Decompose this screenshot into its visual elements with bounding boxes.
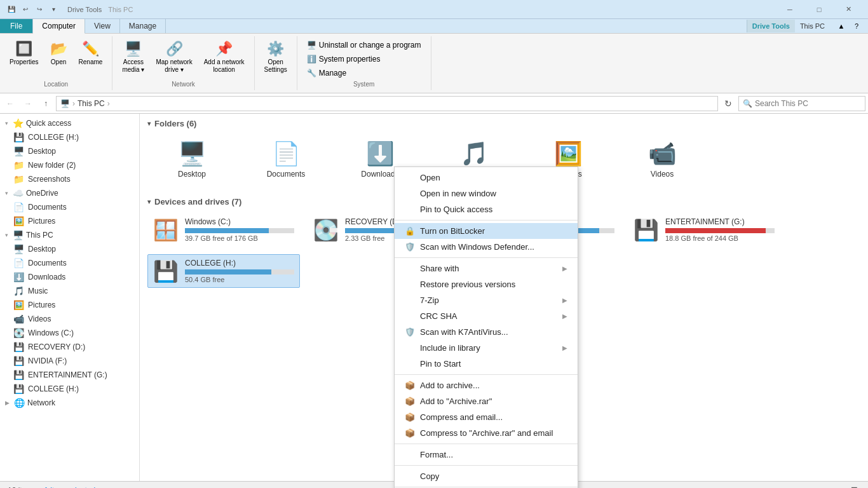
cm-k7antivirus-label: Scan with K7AntiVirus... — [420, 327, 508, 337]
cm-restore-prev[interactable]: Restore previous versions — [395, 276, 578, 292]
cm-restore-prev-label: Restore previous versions — [420, 280, 515, 289]
cm-include-library-left: Include in library — [405, 343, 480, 353]
cm-compress-rar-email[interactable]: 📦 Compress to "Archive.rar" and email — [395, 425, 578, 441]
cm-compress-rar-email-label: Compress to "Archive.rar" and email — [420, 428, 553, 438]
cm-7zip[interactable]: 7-Zip ▶ — [395, 292, 578, 308]
cm-7zip-left: 7-Zip — [405, 295, 439, 305]
cm-open-new-window-left: Open in new window — [405, 189, 496, 198]
cm-add-archive-rar-label: Add to "Archive.rar" — [420, 396, 492, 406]
cm-crc-sha-label: CRC SHA — [420, 311, 458, 321]
cm-add-archive-rar-left: 📦 Add to "Archive.rar" — [405, 396, 492, 406]
cm-k7antivirus-left: 🛡️ Scan with K7AntiVirus... — [405, 327, 508, 337]
cm-copy-label: Copy — [420, 471, 439, 481]
cm-sep-4 — [395, 444, 578, 444]
cm-include-library-arrow: ▶ — [562, 344, 567, 351]
cm-windows-defender-left: 🛡️ Scan with Windows Defender... — [405, 242, 534, 252]
cm-format[interactable]: Format... — [395, 447, 578, 463]
cm-windows-defender-icon: 🛡️ — [405, 242, 415, 252]
cm-compress-rar-email-left: 📦 Compress to "Archive.rar" and email — [405, 428, 553, 438]
cm-include-library[interactable]: Include in library ▶ — [395, 340, 578, 356]
cm-open-left: Open — [405, 173, 440, 182]
cm-compress-email-left: 📦 Compress and email... — [405, 412, 503, 422]
context-menu: Open Open in new window Pin to Quick acc… — [394, 166, 578, 488]
cm-sep-1 — [395, 220, 578, 220]
cm-bitlocker[interactable]: 🔒 Turn on BitLocker — [395, 223, 578, 239]
cm-add-archive-left: 📦 Add to archive... — [405, 381, 480, 390]
cm-include-library-label: Include in library — [420, 343, 480, 353]
cm-pin-quickaccess-left: Pin to Quick access — [405, 205, 492, 214]
cm-share-with[interactable]: Share with ▶ — [395, 261, 578, 276]
cm-add-archive-label: Add to archive... — [420, 381, 480, 390]
cm-add-archive-rar[interactable]: 📦 Add to "Archive.rar" — [395, 393, 578, 409]
cm-crc-sha[interactable]: CRC SHA ▶ — [395, 308, 578, 324]
cm-pin-quickaccess-label: Pin to Quick access — [420, 205, 492, 214]
cm-open-new-window-label: Open in new window — [420, 189, 496, 198]
cm-compress-email[interactable]: 📦 Compress and email... — [395, 409, 578, 425]
cm-crc-sha-arrow: ▶ — [562, 313, 567, 320]
cm-k7antivirus-icon: 🛡️ — [405, 327, 415, 337]
cm-compress-email-label: Compress and email... — [420, 412, 503, 422]
cm-k7antivirus[interactable]: 🛡️ Scan with K7AntiVirus... — [395, 324, 578, 340]
cm-copy[interactable]: Copy — [395, 468, 578, 484]
cm-format-label: Format... — [420, 450, 453, 459]
cm-7zip-label: 7-Zip — [420, 295, 439, 305]
cm-bitlocker-icon: 🔒 — [405, 226, 415, 236]
cm-open-new-window[interactable]: Open in new window — [395, 186, 578, 201]
cm-sep-3 — [395, 374, 578, 375]
cm-compress-rar-email-icon: 📦 — [405, 428, 415, 438]
cm-pin-start[interactable]: Pin to Start — [395, 356, 578, 372]
cm-bitlocker-label: Turn on BitLocker — [420, 226, 485, 236]
cm-restore-prev-left: Restore previous versions — [405, 280, 515, 289]
cm-add-archive[interactable]: 📦 Add to archive... — [395, 377, 578, 393]
cm-format-left: Format... — [405, 450, 453, 459]
cm-pin-start-label: Pin to Start — [420, 359, 461, 369]
cm-pin-quickaccess[interactable]: Pin to Quick access — [395, 201, 578, 217]
cm-compress-email-icon: 📦 — [405, 412, 415, 422]
cm-windows-defender[interactable]: 🛡️ Scan with Windows Defender... — [395, 239, 578, 255]
cm-share-with-left: Share with — [405, 264, 459, 273]
cm-add-archive-rar-icon: 📦 — [405, 396, 415, 406]
cm-crc-sha-left: CRC SHA — [405, 311, 458, 321]
cm-open-label: Open — [420, 173, 440, 182]
cm-share-with-arrow: ▶ — [562, 265, 567, 272]
cm-add-archive-icon: 📦 — [405, 381, 415, 390]
cm-sep-5 — [395, 465, 578, 466]
cm-windows-defender-label: Scan with Windows Defender... — [420, 242, 534, 252]
cm-sep-6 — [395, 487, 578, 487]
cm-bitlocker-left: 🔒 Turn on BitLocker — [405, 226, 485, 236]
cm-pin-start-left: Pin to Start — [405, 359, 461, 369]
cm-copy-left: Copy — [405, 471, 439, 481]
cm-7zip-arrow: ▶ — [562, 297, 567, 304]
cm-share-with-label: Share with — [420, 264, 459, 273]
cm-open[interactable]: Open — [395, 170, 578, 186]
cm-sep-2 — [395, 257, 578, 258]
